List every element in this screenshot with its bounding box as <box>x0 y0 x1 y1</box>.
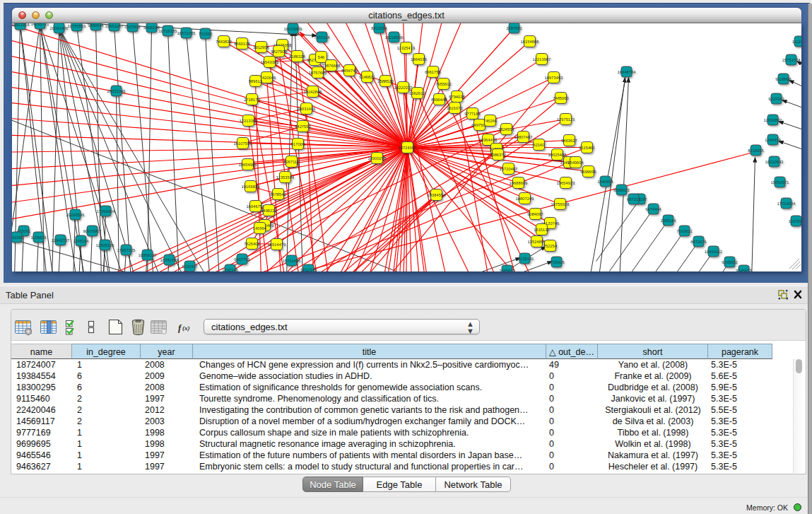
svg-text:1695823: 1695823 <box>499 268 515 271</box>
svg-text:8215955: 8215955 <box>748 148 764 152</box>
svg-text:8813054: 8813054 <box>371 25 387 30</box>
svg-text:687213: 687213 <box>626 197 640 201</box>
svg-text:20091406: 20091406 <box>49 25 68 30</box>
svg-text:8990448: 8990448 <box>431 97 447 101</box>
svg-text:16914479: 16914479 <box>267 242 286 246</box>
svg-text:18724007: 18724007 <box>398 145 416 149</box>
svg-text:1244419: 1244419 <box>765 137 781 141</box>
svg-text:8454749: 8454749 <box>341 68 358 72</box>
svg-text:19218506: 19218506 <box>384 35 403 39</box>
svg-text:12213967: 12213967 <box>532 57 551 61</box>
svg-text:15751074: 15751074 <box>782 57 801 62</box>
svg-text:1156829: 1156829 <box>30 235 46 239</box>
svg-text:7463822: 7463822 <box>216 39 232 43</box>
svg-text:23876608: 23876608 <box>322 63 340 67</box>
svg-text:10688609: 10688609 <box>509 180 527 185</box>
svg-text:6794028: 6794028 <box>449 94 465 98</box>
svg-text:62160: 62160 <box>533 142 544 146</box>
svg-text:19166829: 19166829 <box>241 184 259 188</box>
svg-text:2588520: 2588520 <box>377 78 394 83</box>
svg-text:9890544: 9890544 <box>88 23 104 28</box>
svg-text:11325419: 11325419 <box>396 45 414 49</box>
svg-text:8678542: 8678542 <box>270 192 286 196</box>
svg-text:16107553: 16107553 <box>233 141 252 145</box>
svg-text:15720407: 15720407 <box>499 166 517 170</box>
svg-text:1733426: 1733426 <box>548 259 565 264</box>
svg-text:9463627: 9463627 <box>561 138 577 142</box>
svg-text:10973493: 10973493 <box>544 75 563 79</box>
svg-text:2935114: 2935114 <box>660 218 676 222</box>
svg-text:1167534: 1167534 <box>788 218 801 223</box>
svg-text:1292347: 1292347 <box>182 264 198 268</box>
svg-text:9699695: 9699695 <box>580 169 596 173</box>
svg-text:7955812: 7955812 <box>435 81 452 86</box>
svg-text:1864039: 1864039 <box>411 57 427 61</box>
svg-text:252254: 252254 <box>543 243 557 247</box>
svg-text:19654985: 19654985 <box>238 162 257 166</box>
svg-text:9827506: 9827506 <box>271 49 287 53</box>
svg-text:14055721: 14055721 <box>30 23 49 26</box>
svg-text:140994: 140994 <box>252 226 266 230</box>
svg-text:8660128: 8660128 <box>234 41 250 45</box>
svg-text:12213389: 12213389 <box>239 118 257 122</box>
svg-text:16543382: 16543382 <box>260 59 278 64</box>
svg-text:15716485: 15716485 <box>282 258 300 262</box>
svg-text:20364436: 20364436 <box>478 137 497 141</box>
svg-text:1362612: 1362612 <box>409 90 425 95</box>
svg-text:1292346: 1292346 <box>222 267 238 271</box>
svg-text:7986372: 7986372 <box>490 152 506 156</box>
svg-text:17957225: 17957225 <box>117 247 135 252</box>
svg-text:7632621: 7632621 <box>676 228 693 233</box>
svg-text:8427552: 8427552 <box>295 124 311 128</box>
svg-text:16782759: 16782759 <box>160 257 178 262</box>
svg-text:17359924: 17359924 <box>96 209 115 213</box>
svg-text:15692971: 15692971 <box>770 180 789 184</box>
svg-text:9084067: 9084067 <box>527 211 543 216</box>
svg-text:18807249: 18807249 <box>515 196 534 200</box>
svg-text:9227342: 9227342 <box>768 96 784 100</box>
svg-text:989612: 989612 <box>248 78 261 83</box>
svg-text:751552: 751552 <box>198 31 211 35</box>
svg-text:9129966: 9129966 <box>775 76 792 81</box>
svg-text:12505135: 12505135 <box>95 243 114 247</box>
svg-text:11353594: 11353594 <box>276 175 294 179</box>
svg-text:18757685: 18757685 <box>308 70 326 74</box>
svg-text:7625402: 7625402 <box>244 241 260 245</box>
svg-text:9146821: 9146821 <box>359 74 375 78</box>
svg-text:16821914: 16821914 <box>12 23 30 27</box>
svg-text:12975115: 12975115 <box>556 117 574 121</box>
svg-text:9777169: 9777169 <box>464 111 481 115</box>
svg-text:8186328: 8186328 <box>289 54 305 58</box>
svg-text:90975867: 90975867 <box>83 228 101 233</box>
svg-text:26031441: 26031441 <box>297 106 315 110</box>
svg-text:10025488: 10025488 <box>548 152 566 156</box>
svg-text:7357224: 7357224 <box>314 35 330 39</box>
svg-text:19384554: 19384554 <box>427 192 446 197</box>
svg-text:16154808: 16154808 <box>520 39 539 43</box>
svg-text:18300295: 18300295 <box>367 156 386 160</box>
svg-text:1112480: 1112480 <box>792 39 801 43</box>
svg-text:9115460: 9115460 <box>579 145 594 149</box>
svg-text:7485063: 7485063 <box>553 95 569 100</box>
svg-text:17016504: 17016504 <box>777 201 796 205</box>
svg-text:8958923: 8958923 <box>613 187 630 192</box>
svg-text:5498222: 5498222 <box>261 208 277 212</box>
svg-text:1527602: 1527602 <box>124 24 141 28</box>
svg-text:9245652: 9245652 <box>722 259 738 264</box>
svg-text:19654923: 19654923 <box>556 180 575 185</box>
svg-text:1549604: 1549604 <box>567 160 584 164</box>
svg-text:9474444: 9474444 <box>645 206 661 211</box>
svg-text:1640954: 1640954 <box>597 179 613 183</box>
svg-text:20206536: 20206536 <box>66 212 84 216</box>
svg-text:18220337: 18220337 <box>394 85 412 89</box>
svg-text:16648784: 16648784 <box>617 69 636 74</box>
svg-text:16136141: 16136141 <box>515 256 534 260</box>
svg-text:6961758: 6961758 <box>425 69 441 74</box>
svg-text:391581: 391581 <box>12 235 23 239</box>
svg-text:8267110: 8267110 <box>283 159 299 163</box>
svg-text:10807487: 10807487 <box>514 134 532 139</box>
svg-text:1145194: 1145194 <box>73 238 89 243</box>
svg-text:19242845: 19242845 <box>303 89 322 93</box>
svg-text:546: 546 <box>317 54 324 59</box>
svg-text:(x): (x) <box>182 325 190 332</box>
